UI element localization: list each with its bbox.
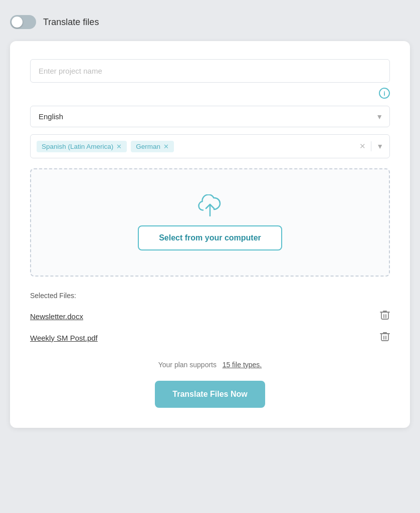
file-drop-zone[interactable]: Select from your computer — [30, 168, 390, 277]
translate-files-button[interactable]: Translate Files Now — [155, 381, 265, 408]
remove-spanish-icon[interactable]: ✕ — [116, 143, 122, 150]
plan-info-text: Your plan supports — [158, 361, 217, 369]
info-icon-row: i — [30, 88, 390, 99]
language-tag-german-label: German — [136, 143, 160, 150]
header-row: Translate files — [10, 15, 410, 29]
plan-info-row: Your plan supports 15 file types. — [30, 361, 390, 369]
info-icon[interactable]: i — [379, 88, 390, 99]
target-chevron-down-icon[interactable]: ▼ — [376, 142, 383, 150]
select-from-computer-button[interactable]: Select from your computer — [138, 225, 282, 250]
selected-files-label: Selected Files: — [30, 292, 390, 300]
file-name-weekly-sm[interactable]: Weekly SM Post.pdf — [30, 334, 98, 342]
file-item-weekly-sm: Weekly SM Post.pdf — [30, 327, 390, 349]
target-divider — [371, 141, 371, 151]
selected-files-section: Selected Files: Newsletter.docx Weekly S… — [30, 292, 390, 349]
svg-rect-4 — [381, 334, 388, 341]
file-name-newsletter[interactable]: Newsletter.docx — [30, 312, 83, 321]
language-tag-spanish: Spanish (Latin America) ✕ — [37, 141, 127, 152]
target-languages-controls: ✕ ▼ — [359, 141, 383, 151]
source-language-select[interactable]: English — [30, 106, 390, 127]
project-name-input[interactable] — [30, 59, 390, 83]
source-language-wrapper: English ▼ — [30, 106, 390, 127]
file-item-newsletter: Newsletter.docx — [30, 306, 390, 327]
main-card: i English ▼ Spanish (Latin America) ✕ Ge… — [10, 41, 410, 428]
plan-info-link[interactable]: 15 file types. — [223, 361, 262, 369]
language-tag-german: German ✕ — [131, 141, 174, 152]
delete-newsletter-icon[interactable] — [380, 310, 390, 323]
language-tag-spanish-label: Spanish (Latin America) — [42, 143, 113, 150]
translate-files-toggle[interactable] — [10, 15, 36, 29]
page-title: Translate files — [43, 17, 99, 28]
delete-weekly-sm-icon[interactable] — [380, 331, 390, 345]
target-languages-box[interactable]: Spanish (Latin America) ✕ German ✕ ✕ ▼ — [30, 134, 390, 158]
remove-german-icon[interactable]: ✕ — [163, 143, 169, 150]
target-clear-icon[interactable]: ✕ — [359, 142, 366, 151]
svg-rect-1 — [381, 312, 388, 319]
upload-cloud-icon — [198, 194, 222, 216]
page-wrapper: Translate files i English ▼ Spanish (Lat… — [10, 15, 410, 428]
toggle-knob — [12, 17, 23, 28]
